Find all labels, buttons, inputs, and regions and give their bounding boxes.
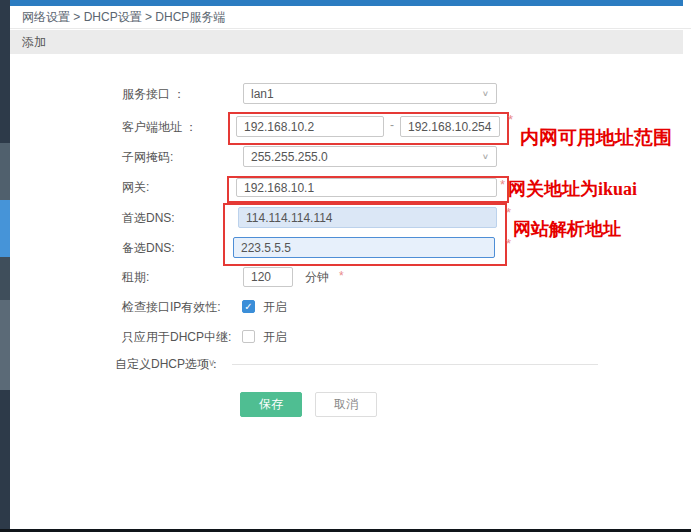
check-interface-ip-label: 检查接口IP有效性: (122, 299, 221, 315)
service-interface-select[interactable]: lan1 ∨ (243, 83, 497, 104)
chevron-down-icon: ∨ (482, 89, 489, 98)
annotation-dns-note: 网站解析地址 (513, 217, 621, 241)
sidebar-item[interactable] (0, 143, 10, 200)
gateway-input[interactable] (236, 178, 497, 197)
subnet-mask-label: 子网掩码: (122, 149, 173, 165)
annotation-client-range: 内网可用地址范围 (520, 125, 672, 151)
required-mark: * (339, 269, 344, 283)
service-interface-label: 服务接口 ： (122, 86, 185, 102)
dhcp-relay-only-checkbox[interactable] (242, 330, 255, 343)
dhcp-relay-only-option: 开启 (263, 329, 287, 346)
section-divider (232, 364, 598, 365)
range-separator: - (386, 118, 398, 132)
chevron-down-icon[interactable]: ∨ (208, 357, 215, 368)
subnet-mask-value: 255.255.255.0 (251, 150, 328, 164)
check-interface-ip-option: 开启 (263, 299, 287, 316)
dhcp-relay-only-label: 只应用于DHCP中继: (122, 329, 231, 345)
lease-label: 租期: (122, 269, 149, 285)
annotation-gateway-note: 网关地址为ikuai (508, 177, 637, 201)
secondary-dns-input[interactable] (233, 237, 495, 258)
lease-unit-label: 分钟 (305, 269, 329, 286)
dhcp-server-add-page: 网络设置 > DHCP设置 > DHCP服务端 添加 服务接口 ： lan1 ∨… (0, 0, 691, 532)
sidebar-nav[interactable] (0, 0, 10, 529)
page-title: 添加 (10, 30, 683, 54)
client-address-label: 客户端地址 ： (122, 119, 197, 135)
breadcrumb[interactable]: 网络设置 > DHCP设置 > DHCP服务端 (10, 6, 691, 29)
subnet-mask-select[interactable]: 255.255.255.0 ∨ (243, 146, 497, 167)
client-address-start-input[interactable] (236, 116, 384, 137)
service-interface-value: lan1 (251, 87, 274, 101)
lease-input[interactable] (243, 267, 293, 287)
required-mark: * (506, 236, 511, 251)
cancel-button[interactable]: 取消 (315, 392, 377, 417)
chevron-down-icon: ∨ (482, 152, 489, 161)
sidebar-item[interactable] (0, 300, 10, 390)
save-button[interactable]: 保存 (240, 392, 302, 417)
check-interface-ip-checkbox[interactable]: ✓ (242, 300, 255, 313)
check-icon: ✓ (244, 302, 252, 312)
client-address-end-input[interactable] (400, 116, 500, 137)
gateway-label: 网关: (122, 179, 149, 195)
required-mark: * (500, 177, 505, 192)
primary-dns-label: 首选DNS: (122, 210, 175, 226)
sidebar-item-active[interactable] (0, 200, 10, 257)
sidebar-item[interactable] (0, 257, 10, 300)
required-mark: * (506, 205, 511, 220)
primary-dns-input[interactable] (238, 207, 497, 228)
required-mark: * (508, 112, 513, 127)
custom-dhcp-options-toggle[interactable]: 自定义DHCP选项： (115, 356, 221, 372)
secondary-dns-label: 备选DNS: (122, 240, 175, 256)
